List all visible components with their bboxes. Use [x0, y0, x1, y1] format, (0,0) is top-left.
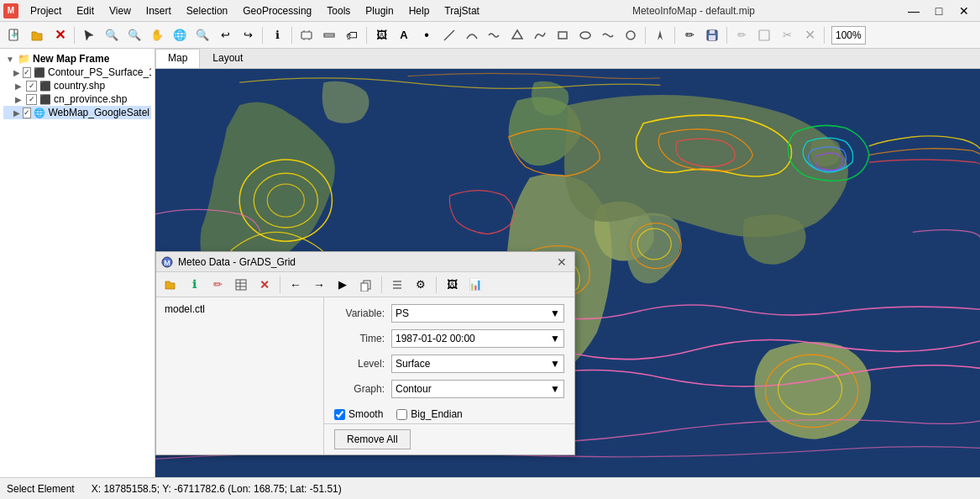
menu-help[interactable]: Help	[402, 3, 437, 18]
close-button[interactable]: ✕	[951, 0, 977, 22]
tb-open-button[interactable]	[26, 24, 48, 46]
time-select[interactable]: 1987-01-02 00:00 ▼	[391, 329, 564, 348]
tree-layer-3[interactable]: ▶ 🌐 WebMap_GoogleSatel	[3, 106, 151, 119]
tb-noedit2-button[interactable]	[753, 24, 775, 46]
tree-layer-2[interactable]: ▶ ⬛ cn_province.shp	[3, 92, 151, 106]
dialog-toolbar: ℹ ✏ ✕ ← → ▶ ⚙	[156, 272, 574, 297]
expand-icon-1: ▶	[13, 81, 24, 91]
tb-freehand-button[interactable]	[529, 24, 551, 46]
tb-point-button[interactable]: •	[416, 24, 438, 46]
dialog-image-button[interactable]: 🖼	[441, 274, 463, 296]
tb-zoom-in-button[interactable]: 🔍	[101, 24, 123, 46]
form-container: Variable: PS ▼ Time: 1987-01-02 00:00	[324, 297, 574, 454]
tb-new-button[interactable]	[3, 24, 25, 46]
tb-tag-button[interactable]: 🏷	[341, 24, 363, 46]
tb-ellipse-button[interactable]	[574, 24, 596, 46]
dialog-copy-button[interactable]	[355, 274, 377, 296]
tb-text-button[interactable]: A	[393, 24, 415, 46]
tb-north-button[interactable]	[649, 24, 671, 46]
tb-rect-button[interactable]	[552, 24, 574, 46]
dialog-list-button[interactable]	[386, 274, 408, 296]
folder-icon: 📁	[18, 53, 30, 65]
tb-edit-button[interactable]: ✏	[679, 24, 700, 46]
tb-image-button[interactable]: 🖼	[370, 24, 392, 46]
variable-select[interactable]: PS ▼	[391, 304, 564, 323]
menu-insert[interactable]: Insert	[139, 3, 178, 18]
menubar: M Project Edit View Insert Selection Geo…	[0, 0, 980, 22]
dialog-edit-button[interactable]: ✏	[207, 274, 228, 296]
tree-layer-1[interactable]: ▶ ⬛ country.shp	[3, 79, 151, 92]
check-3[interactable]	[23, 108, 31, 118]
tb-wave-button[interactable]	[484, 24, 506, 46]
dialog-settings-button[interactable]: ⚙	[410, 274, 432, 296]
smooth-label[interactable]: Smooth	[349, 408, 383, 420]
tb-redo-button[interactable]: ↪	[237, 24, 259, 46]
dialog-chart-button[interactable]: 📊	[464, 274, 486, 296]
tb-extent-button[interactable]	[296, 24, 317, 46]
remove-all-button[interactable]: Remove All	[334, 429, 411, 449]
dialog-open-button[interactable]	[160, 274, 181, 296]
map-canvas[interactable]: M Meteo Data - GrADS_Grid ✕ ℹ ✏ ✕	[155, 69, 980, 477]
menu-trajstat[interactable]: TrajStat	[438, 3, 486, 18]
menu-geoprocessing[interactable]: GeoProcessing	[236, 3, 318, 18]
tb-close-button[interactable]: ✕	[49, 24, 71, 46]
svg-marker-10	[658, 30, 663, 40]
tb-save-button[interactable]	[701, 24, 723, 46]
check-2[interactable]	[26, 94, 37, 105]
tb-zoom-out-button[interactable]: 🔍	[123, 24, 145, 46]
tb-select-button[interactable]	[78, 24, 100, 46]
bigendian-checkbox[interactable]	[396, 409, 407, 420]
check-1[interactable]	[26, 81, 37, 92]
dialog-forward-button[interactable]: →	[308, 274, 330, 296]
menu-plugin[interactable]: Plugin	[359, 3, 400, 18]
layer-label-2: cn_province.shp	[54, 93, 127, 105]
dialog-info-button[interactable]: ℹ	[183, 274, 205, 296]
tb-curve-button[interactable]	[461, 24, 483, 46]
tree-layer-0[interactable]: ▶ ⬛ Contour_PS_Surface_19	[3, 66, 151, 79]
dialog-close-button[interactable]: ✕	[554, 255, 569, 270]
app-icon: M	[3, 3, 18, 18]
variable-row: Variable: PS ▼	[334, 304, 564, 323]
graph-row: Graph: Contour ▼	[334, 380, 564, 398]
tb-circle-button[interactable]	[620, 24, 642, 46]
tb-search-button[interactable]: 🔍	[191, 24, 213, 46]
tb-cut-button[interactable]: ✂	[776, 24, 798, 46]
tb-line-button[interactable]	[438, 24, 460, 46]
svg-rect-32	[361, 283, 368, 292]
graph-select[interactable]: Contour ▼	[391, 380, 564, 398]
dialog-titlebar: M Meteo Data - GrADS_Grid ✕	[156, 252, 574, 272]
tb-del-button[interactable]: ✕	[799, 24, 820, 46]
minimize-button[interactable]: —	[901, 0, 926, 22]
menu-view[interactable]: View	[102, 3, 138, 18]
toolbar: ✕ 🔍 🔍 ✋ 🌐 🔍 ↩ ↪ ℹ 🏷 🖼 A •	[0, 22, 980, 49]
menu-edit[interactable]: Edit	[70, 3, 101, 18]
bigendian-label[interactable]: Big_Endian	[411, 408, 462, 420]
dialog-back-button[interactable]: ←	[285, 274, 307, 296]
maximize-button[interactable]: □	[926, 0, 951, 22]
dialog-table-button[interactable]	[230, 274, 252, 296]
smooth-checkbox[interactable]	[334, 409, 345, 420]
tb-separator-4	[366, 27, 367, 44]
dialog-run-button[interactable]: ▶	[332, 274, 354, 296]
tree-root[interactable]: ▼ 📁 New Map Frame	[3, 52, 151, 66]
tb-scale-button[interactable]	[318, 24, 340, 46]
dialog-delete-button[interactable]: ✕	[254, 274, 275, 296]
menu-selection[interactable]: Selection	[180, 3, 234, 18]
tab-layout[interactable]: Layout	[200, 49, 255, 68]
dialog-body: model.ctl Variable: PS ▼	[156, 297, 574, 454]
file-item-0[interactable]: model.ctl	[160, 301, 320, 318]
tab-map[interactable]: Map	[155, 49, 200, 68]
expand-icon-3: ▶	[13, 108, 20, 118]
check-0[interactable]	[23, 67, 31, 78]
tb-undo-button[interactable]: ↩	[214, 24, 236, 46]
menu-tools[interactable]: Tools	[320, 3, 357, 18]
level-select[interactable]: Surface ▼	[391, 355, 564, 373]
tb-globe-button[interactable]: 🌐	[169, 24, 191, 46]
tb-info-button[interactable]: ℹ	[266, 24, 288, 46]
menu-project[interactable]: Project	[24, 3, 68, 18]
tb-noedit-button[interactable]: ✏	[731, 24, 752, 46]
tb-polygon-button[interactable]	[506, 24, 528, 46]
checkboxes-row: Smooth Big_Endian	[324, 405, 574, 423]
tb-curve2-button[interactable]	[597, 24, 619, 46]
tb-pan-button[interactable]: ✋	[146, 24, 168, 46]
